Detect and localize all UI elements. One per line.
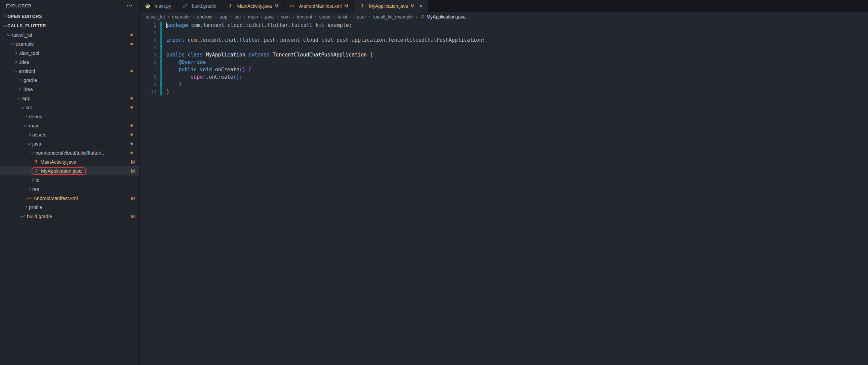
modified-badge: M bbox=[344, 3, 348, 8]
code-line[interactable]: 9 } bbox=[140, 81, 868, 88]
modified-dot bbox=[130, 97, 133, 99]
breadcrumb-item-app[interactable]: app bbox=[219, 14, 227, 20]
tree-item-java[interactable]: java bbox=[0, 139, 139, 148]
code-line[interactable]: 6 @Override bbox=[140, 59, 868, 66]
breadcrumb-item-example[interactable]: example bbox=[172, 14, 190, 20]
tab-mainactivity.java[interactable]: JMainActivity.javaM bbox=[222, 0, 284, 12]
gradle-icon bbox=[20, 214, 25, 219]
gutter-line-number[interactable]: 10 bbox=[140, 89, 156, 94]
breadcrumb-item-java[interactable]: java bbox=[265, 14, 274, 20]
tree-item-tuicall-kit[interactable]: tuicall_kit bbox=[0, 30, 139, 39]
breadcrumb-item-tuikit[interactable]: tuikit bbox=[338, 14, 347, 20]
tree-item-assets[interactable]: assets bbox=[0, 130, 139, 139]
tab-myapplication.java[interactable]: JMyApplication.javaM× bbox=[354, 0, 428, 12]
tree-item-example[interactable]: example bbox=[0, 39, 139, 49]
gutter-line-number[interactable]: 9 bbox=[140, 82, 156, 87]
java-file-icon: J bbox=[34, 169, 39, 174]
tree-item-.gradle[interactable]: .gradle bbox=[0, 75, 139, 85]
breadcrumb-item-file[interactable]: JMyApplication.java bbox=[420, 14, 466, 20]
code-editor[interactable]: 1package com.tencent.cloud.tuikit.flutte… bbox=[140, 22, 868, 365]
section-open-editors[interactable]: OPEN EDITORS bbox=[0, 11, 139, 21]
gutter-line-number[interactable]: 3 bbox=[140, 37, 156, 43]
tree-item-.idea[interactable]: .idea bbox=[0, 58, 139, 66]
tree-item-profile[interactable]: profile bbox=[0, 203, 139, 212]
code-line[interactable]: 3import com.tencent.chat.flutter.push.te… bbox=[140, 36, 868, 44]
modified-dot bbox=[130, 124, 133, 127]
tree-item-androidmanifest.xml[interactable]: </>AndroidManifest.xmlM bbox=[0, 193, 139, 203]
breadcrumb-separator: › bbox=[230, 14, 232, 20]
code-line[interactable]: 7 public void onCreate() { bbox=[140, 66, 868, 73]
breadcrumb-separator: › bbox=[276, 14, 278, 20]
chevron-down-icon bbox=[9, 41, 16, 47]
breadcrumb-item-com[interactable]: com bbox=[281, 14, 289, 20]
change-indicator bbox=[160, 51, 162, 59]
code-line[interactable]: 4 bbox=[140, 44, 868, 51]
code-line[interactable]: 10} bbox=[140, 88, 868, 95]
change-indicator bbox=[160, 66, 162, 73]
chevron-right-icon bbox=[26, 186, 32, 192]
tree-item-app[interactable]: app bbox=[0, 94, 139, 103]
section-calls-flutter[interactable]: CALLS_FLUTTER bbox=[0, 21, 139, 30]
gutter-line-number[interactable]: 7 bbox=[140, 67, 156, 72]
breadcrumb-item-flutter[interactable]: flutter bbox=[354, 14, 366, 20]
breadcrumb-separator: › bbox=[350, 14, 352, 20]
tree-item-.dart-tool[interactable]: .dart_tool bbox=[0, 49, 139, 58]
file-tree: tuicall_kitexample.dart_tool.ideaandroid… bbox=[0, 30, 139, 365]
section-label: CALLS_FLUTTER bbox=[7, 23, 46, 28]
breadcrumb-item-android[interactable]: android bbox=[197, 14, 213, 20]
gutter-line-number[interactable]: 1 bbox=[140, 23, 156, 28]
gutter-line-number[interactable]: 8 bbox=[140, 74, 156, 80]
change-indicator bbox=[160, 88, 162, 95]
tab-main.py[interactable]: main.py bbox=[140, 0, 177, 12]
breadcrumb-item-main[interactable]: main bbox=[248, 14, 258, 20]
change-indicator bbox=[160, 44, 162, 51]
tree-item-label: debug bbox=[29, 114, 42, 119]
more-actions-icon[interactable]: ⋯ bbox=[126, 3, 132, 9]
breadcrumb-item-src[interactable]: src bbox=[235, 14, 241, 20]
tree-item-build.gradle[interactable]: build.gradleM bbox=[0, 212, 139, 221]
tree-item-android[interactable]: android bbox=[0, 66, 139, 75]
tree-item-label: assets bbox=[32, 132, 46, 138]
breadcrumb-separator: › bbox=[168, 14, 169, 20]
gutter-line-number[interactable]: 2 bbox=[140, 30, 156, 35]
chevron-right-icon bbox=[23, 204, 29, 210]
chevron-right-icon bbox=[26, 132, 32, 138]
gutter-line-number[interactable]: 4 bbox=[140, 45, 156, 50]
code-line[interactable]: 8 super.onCreate(); bbox=[140, 73, 868, 81]
modified-dot bbox=[130, 34, 133, 36]
modified-dot bbox=[130, 70, 133, 72]
breadcrumb-file-label: MyApplication.java bbox=[426, 14, 466, 20]
java-file-icon: J bbox=[359, 3, 364, 9]
tree-item-label: main bbox=[29, 123, 39, 128]
breadcrumb-item-tencent[interactable]: tencent bbox=[297, 14, 312, 20]
tree-item-label: .dart_tool bbox=[19, 51, 39, 56]
chevron-right-icon bbox=[13, 50, 19, 56]
tree-item-label: MainActivity.java bbox=[40, 159, 76, 165]
code-line[interactable]: 1package com.tencent.cloud.tuikit.flutte… bbox=[140, 22, 868, 29]
tree-item-com-tencent-cloud-tuikit-flutter-...[interactable]: com/tencent/cloud/tuikit/flutter/... bbox=[0, 148, 139, 157]
tree-item-label: android bbox=[19, 68, 35, 74]
breadcrumb-item-tuicall-kit[interactable]: tuicall_kit bbox=[146, 14, 165, 20]
chevron-down-icon bbox=[1, 23, 7, 29]
tree-item-.idea[interactable]: .idea bbox=[0, 85, 139, 94]
gutter-line-number[interactable]: 6 bbox=[140, 60, 156, 65]
tab-build.gradle[interactable]: build.gradle bbox=[177, 0, 222, 12]
breadcrumb-item-tuicall-kit-example[interactable]: tuicall_kit_example bbox=[373, 14, 413, 20]
code-line[interactable]: 5public class MyApplication extends Tenc… bbox=[140, 51, 868, 59]
tree-item-main[interactable]: main bbox=[0, 121, 139, 130]
tree-item-src[interactable]: src bbox=[0, 103, 139, 112]
tree-item-debug[interactable]: debug bbox=[0, 112, 139, 121]
breadcrumb-item-cloud[interactable]: cloud bbox=[319, 14, 331, 20]
close-icon[interactable]: × bbox=[419, 3, 422, 9]
tree-item-mainactivity.java[interactable]: JMainActivity.javaM bbox=[0, 157, 139, 166]
code-line[interactable]: 2 bbox=[140, 29, 868, 36]
tree-item-io[interactable]: io bbox=[0, 176, 139, 184]
code-text: import com.tencent.chat.flutter.push.ten… bbox=[166, 37, 485, 43]
modified-badge: M bbox=[275, 3, 278, 8]
tab-androidmanifest.xml[interactable]: </>AndroidManifest.xmlM bbox=[284, 0, 354, 12]
annotation-highlight: JMyApplication.java bbox=[32, 168, 86, 175]
tree-item-res[interactable]: res bbox=[0, 184, 139, 193]
tree-item-myapplication.java[interactable]: JMyApplication.javaM bbox=[0, 166, 139, 176]
gutter-line-number[interactable]: 5 bbox=[140, 52, 156, 58]
xml-file-icon: </> bbox=[289, 3, 294, 9]
